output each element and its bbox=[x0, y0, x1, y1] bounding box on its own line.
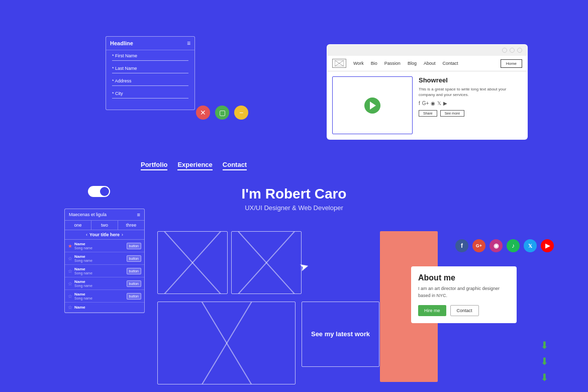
form-body: * First Name * Last Name * Address * Cit… bbox=[106, 50, 194, 110]
play-button[interactable] bbox=[364, 97, 380, 114]
hamburger-icon[interactable]: ≡ bbox=[187, 40, 190, 47]
music-tab-two[interactable]: two bbox=[91, 221, 118, 230]
contact-button[interactable]: Contact bbox=[450, 305, 479, 316]
about-title: About me bbox=[418, 273, 510, 282]
nav-link-blog[interactable]: Blog bbox=[408, 61, 417, 66]
music-info: Name Song name bbox=[74, 267, 125, 275]
about-buttons: Hire me Contact bbox=[418, 305, 510, 316]
address-label: * Address bbox=[112, 78, 188, 83]
music-item-name: Name bbox=[74, 279, 125, 284]
list-item: ☆ Name Song name button bbox=[65, 265, 144, 277]
list-item: ★ Name Song name button bbox=[65, 240, 144, 252]
music-item-name: Name bbox=[74, 254, 125, 259]
nav-link-contact[interactable]: Contact bbox=[442, 61, 458, 66]
cross-pattern bbox=[232, 232, 301, 293]
browser-dot bbox=[510, 48, 515, 53]
tab-portfolio[interactable]: Portfolio bbox=[141, 161, 167, 170]
browser-nav: Work Bio Passion Blog About Contact Home bbox=[327, 56, 527, 71]
music-item-button[interactable]: button bbox=[127, 280, 141, 287]
nav-link-bio[interactable]: Bio bbox=[371, 61, 377, 66]
star-icon[interactable]: ☆ bbox=[68, 268, 72, 274]
down-arrow-3[interactable]: ⬇ bbox=[540, 371, 549, 383]
music-tab-three[interactable]: three bbox=[118, 221, 144, 230]
nav-link-about[interactable]: About bbox=[424, 61, 436, 66]
first-name-label: * First Name bbox=[112, 53, 188, 58]
spotify-social-icon[interactable]: ♪ bbox=[507, 239, 520, 252]
social-bar: f G+ ◉ ♪ 𝕏 ▶ bbox=[455, 239, 554, 252]
hire-button[interactable]: Hire me bbox=[418, 305, 446, 316]
wireframe-image-1 bbox=[157, 231, 228, 294]
see-more-button[interactable]: See more bbox=[440, 110, 464, 117]
city-field: * City bbox=[112, 91, 188, 99]
music-tab-one[interactable]: one bbox=[65, 221, 91, 230]
last-name-field: * Last Name bbox=[112, 66, 188, 73]
form-widget: Headline ≡ * First Name * Last Name * Ad… bbox=[106, 36, 195, 110]
youtube-social-icon[interactable]: ▶ bbox=[541, 239, 554, 252]
city-label: * City bbox=[112, 91, 188, 96]
list-item: ☆ Name bbox=[65, 303, 144, 313]
browser-logo bbox=[332, 59, 346, 68]
instagram-icon[interactable]: ◉ bbox=[431, 101, 435, 106]
down-arrow-1[interactable]: ⬇ bbox=[540, 339, 549, 351]
about-card: About me I am an art director and graphi… bbox=[411, 266, 517, 323]
showreel-description: This is a great space to write long text… bbox=[419, 86, 522, 97]
close-button[interactable]: ✕ bbox=[196, 106, 210, 120]
music-item-name: Name bbox=[74, 292, 125, 297]
browser-window: Work Bio Passion Blog About Contact Home… bbox=[327, 44, 528, 140]
last-name-label: * Last Name bbox=[112, 66, 188, 71]
home-button[interactable]: Home bbox=[501, 59, 522, 68]
twitter-icon[interactable]: 𝕏 bbox=[437, 101, 441, 106]
star-icon[interactable]: ☆ bbox=[68, 305, 72, 310]
star-icon[interactable]: ☆ bbox=[68, 293, 72, 299]
music-prev-arrow[interactable]: ‹ bbox=[86, 232, 87, 237]
hero-name: I'm Robert Caro bbox=[0, 186, 588, 202]
star-icon[interactable]: ☆ bbox=[68, 256, 72, 261]
music-item-song: Song name bbox=[74, 246, 125, 250]
cross-pattern bbox=[158, 232, 227, 293]
music-item-button[interactable]: button bbox=[127, 255, 141, 262]
minimize-button[interactable]: ▢ bbox=[215, 106, 229, 120]
field-line bbox=[112, 85, 188, 86]
cross-pattern bbox=[158, 302, 295, 384]
star-icon[interactable]: ★ bbox=[68, 243, 72, 249]
music-item-button[interactable]: button bbox=[127, 243, 141, 249]
hero-section: I'm Robert Caro UX/UI Designer & Web Dev… bbox=[0, 186, 588, 212]
music-item-song: Song name bbox=[74, 284, 125, 287]
music-item-button[interactable]: button bbox=[127, 268, 141, 274]
music-item-button[interactable]: button bbox=[127, 293, 141, 300]
list-item: ☆ Name Song name button bbox=[65, 252, 144, 265]
wireframe-image-2 bbox=[231, 231, 302, 294]
facebook-icon[interactable]: f bbox=[419, 101, 420, 106]
video-placeholder bbox=[332, 76, 413, 134]
twitter-social-icon[interactable]: 𝕏 bbox=[524, 239, 537, 252]
tab-experience[interactable]: Experience bbox=[177, 161, 212, 170]
latest-work-box[interactable]: See my latest work bbox=[302, 302, 379, 367]
share-button[interactable]: Share bbox=[419, 110, 437, 117]
facebook-social-icon[interactable]: f bbox=[455, 239, 468, 252]
music-hamburger-icon[interactable]: ≡ bbox=[137, 212, 140, 218]
down-arrow-2[interactable]: ⬇ bbox=[540, 355, 549, 367]
tab-contact[interactable]: Contact bbox=[223, 161, 247, 170]
star-icon[interactable]: ☆ bbox=[68, 281, 72, 286]
browser-text-area: Showreel This is a great space to write … bbox=[419, 76, 522, 134]
youtube-icon[interactable]: ▶ bbox=[443, 101, 447, 106]
maximize-button[interactable]: − bbox=[234, 106, 248, 120]
address-field: * Address bbox=[112, 78, 188, 86]
browser-dot bbox=[502, 48, 507, 53]
hero-subtitle: UX/UI Designer & Web Developer bbox=[0, 204, 588, 212]
nav-link-passion[interactable]: Passion bbox=[384, 61, 401, 66]
social-icons-small: f G+ ◉ 𝕏 ▶ bbox=[419, 101, 522, 106]
field-line bbox=[112, 98, 188, 99]
traffic-lights: ✕ ▢ − bbox=[196, 106, 248, 120]
music-next-arrow[interactable]: › bbox=[122, 232, 123, 237]
music-nav-title: Your title here bbox=[89, 232, 120, 237]
googleplus-icon[interactable]: G+ bbox=[422, 101, 429, 106]
music-item-name: Name bbox=[74, 305, 141, 310]
music-info: Name Song name bbox=[74, 292, 125, 300]
list-item: ☆ Name Song name button bbox=[65, 277, 144, 290]
instagram-social-icon[interactable]: ◉ bbox=[489, 239, 503, 252]
nav-link-work[interactable]: Work bbox=[353, 61, 364, 66]
music-item-song: Song name bbox=[74, 271, 125, 275]
googleplus-social-icon[interactable]: G+ bbox=[472, 239, 485, 252]
browser-titlebar bbox=[327, 45, 527, 56]
